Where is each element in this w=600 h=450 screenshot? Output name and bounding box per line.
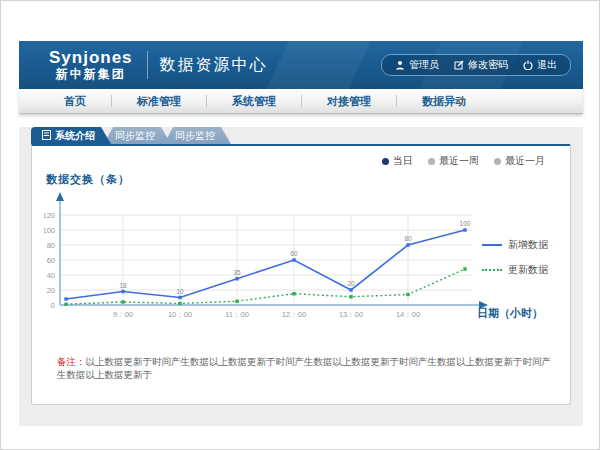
radio-dot-icon bbox=[428, 158, 435, 165]
y-axis-title: 数据交换（条） bbox=[46, 172, 130, 187]
radio-label: 当日 bbox=[393, 154, 413, 168]
legend-label: 更新数据 bbox=[508, 263, 548, 277]
x-axis-title: 日期（小时） bbox=[477, 306, 543, 321]
chart-legend: 新增数据 更新数据 bbox=[482, 238, 548, 277]
main-nav: 首页 标准管理 系统管理 对接管理 数据异动 bbox=[19, 89, 583, 114]
svg-text:80: 80 bbox=[404, 235, 412, 242]
svg-text:0: 0 bbox=[51, 301, 55, 310]
svg-text:9：00: 9：00 bbox=[113, 310, 133, 319]
radio-dot-icon bbox=[494, 158, 501, 165]
dotted-line-swatch-icon bbox=[482, 269, 502, 271]
page: Synjones 新中新集团 数据资源中心 管理员 修改密码 bbox=[19, 41, 583, 426]
change-password-button[interactable]: 修改密码 bbox=[454, 58, 508, 72]
user-icon bbox=[395, 60, 405, 70]
chart-panel: 当日 最近一周 最近一月 数据交换（条） 0204060801001209：00… bbox=[31, 144, 571, 405]
tab-label: 同步监控 bbox=[115, 129, 155, 143]
header: Synjones 新中新集团 数据资源中心 管理员 修改密码 bbox=[19, 41, 583, 89]
nav-item-interface-management[interactable]: 对接管理 bbox=[302, 89, 396, 113]
legend-item-updated-data[interactable]: 更新数据 bbox=[482, 263, 548, 277]
tab-bar: 系统介绍 同步监控 同步监控 bbox=[31, 127, 583, 144]
svg-text:20: 20 bbox=[347, 280, 355, 287]
tab-sync-monitor-2[interactable]: 同步监控 bbox=[164, 127, 231, 144]
header-divider bbox=[147, 51, 148, 79]
power-icon bbox=[523, 60, 533, 70]
svg-text:40: 40 bbox=[47, 271, 55, 280]
svg-text:100: 100 bbox=[460, 220, 471, 227]
radio-label: 最近一月 bbox=[505, 154, 545, 168]
svg-text:10: 10 bbox=[176, 288, 184, 295]
edit-icon bbox=[454, 60, 464, 70]
svg-text:14：00: 14：00 bbox=[396, 310, 420, 319]
svg-text:13：00: 13：00 bbox=[339, 310, 363, 319]
line-chart: 0204060801001209：0010：0011：0012：0013：001… bbox=[44, 186, 494, 326]
svg-text:60: 60 bbox=[47, 256, 55, 265]
nav-item-data-change[interactable]: 数据异动 bbox=[397, 89, 491, 113]
logo-company-name: 新中新集团 bbox=[49, 68, 133, 81]
svg-text:35: 35 bbox=[233, 269, 241, 276]
radio-last-month[interactable]: 最近一月 bbox=[494, 154, 545, 168]
nav-item-standard-management[interactable]: 标准管理 bbox=[112, 89, 206, 113]
content-area: 系统介绍 同步监控 同步监控 当日 最近一周 bbox=[19, 127, 583, 426]
current-user-label: 管理员 bbox=[409, 58, 439, 72]
svg-text:100: 100 bbox=[44, 226, 55, 235]
radio-today[interactable]: 当日 bbox=[382, 154, 413, 168]
logout-label: 退出 bbox=[537, 58, 557, 72]
tab-system-intro[interactable]: 系统介绍 bbox=[31, 127, 111, 144]
svg-text:10：00: 10：00 bbox=[168, 310, 192, 319]
svg-text:60: 60 bbox=[290, 250, 298, 257]
svg-text:11：00: 11：00 bbox=[225, 310, 249, 319]
svg-text:120: 120 bbox=[44, 211, 55, 220]
legend-item-new-data[interactable]: 新增数据 bbox=[482, 238, 548, 252]
svg-text:18: 18 bbox=[119, 282, 127, 289]
current-user[interactable]: 管理员 bbox=[395, 58, 439, 72]
radio-label: 最近一周 bbox=[439, 154, 479, 168]
svg-text:80: 80 bbox=[47, 241, 55, 250]
screen: Synjones 新中新集团 数据资源中心 管理员 修改密码 bbox=[0, 0, 600, 450]
logout-button[interactable]: 退出 bbox=[523, 58, 557, 72]
svg-text:20: 20 bbox=[47, 286, 55, 295]
tab-sync-monitor-1[interactable]: 同步监控 bbox=[104, 127, 171, 144]
company-logo: Synjones 新中新集团 bbox=[49, 49, 133, 81]
nav-item-home[interactable]: 首页 bbox=[39, 89, 111, 113]
solid-line-swatch-icon bbox=[482, 244, 502, 246]
footnote-label: 备注： bbox=[57, 356, 86, 367]
legend-label: 新增数据 bbox=[508, 238, 548, 252]
app-title: 数据资源中心 bbox=[160, 55, 268, 76]
svg-text:12：00: 12：00 bbox=[282, 310, 306, 319]
document-icon bbox=[42, 130, 51, 142]
logo-wordmark: Synjones bbox=[49, 49, 133, 68]
tab-label: 系统介绍 bbox=[55, 129, 95, 143]
nav-item-system-management[interactable]: 系统管理 bbox=[207, 89, 301, 113]
change-password-label: 修改密码 bbox=[468, 58, 508, 72]
time-range-selector: 当日 最近一周 最近一月 bbox=[382, 154, 545, 168]
radio-dot-icon bbox=[382, 158, 389, 165]
footnote-text: 以上数据更新于时间产生数据以上数据更新于时间产生数据以上数据更新于时间产生数据以… bbox=[57, 356, 551, 380]
radio-last-week[interactable]: 最近一周 bbox=[428, 154, 479, 168]
user-menu: 管理员 修改密码 退出 bbox=[381, 54, 571, 76]
tab-label: 同步监控 bbox=[175, 129, 215, 143]
footnote: 备注：以上数据更新于时间产生数据以上数据更新于时间产生数据以上数据更新于时间产生… bbox=[57, 355, 557, 382]
